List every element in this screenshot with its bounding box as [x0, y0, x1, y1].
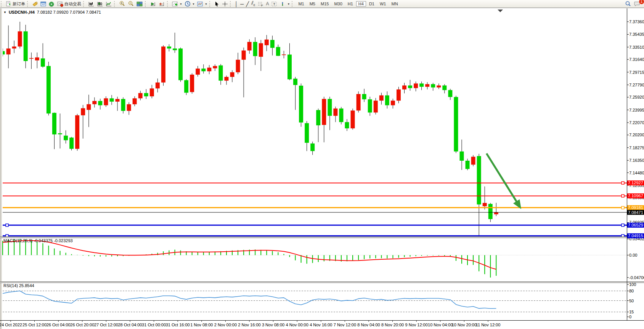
- chevron-down-icon: ▼: [287, 3, 290, 5]
- chart-shift-button[interactable]: [157, 0, 166, 8]
- hline-7.06529[interactable]: [3, 224, 627, 227]
- line-handle[interactable]: [622, 206, 624, 209]
- tf-w1-button[interactable]: W1: [377, 1, 389, 6]
- line-handle[interactable]: [622, 224, 624, 227]
- pane-splitter[interactable]: [0, 281, 644, 283]
- candle-body: [138, 93, 143, 98]
- time-tick-label: 4 Nov 00:00: [286, 323, 308, 327]
- text-icon: A: [266, 2, 269, 6]
- price-tick-label: 7.22070: [629, 120, 644, 125]
- candle-body: [282, 54, 286, 55]
- candle-body: [133, 98, 137, 104]
- time-tick-label: 31 Oct 00:00: [142, 323, 166, 327]
- chart-canvas[interactable]: 7.373607.354357.335107.316407.297157.277…: [0, 0, 644, 329]
- candle-body: [379, 95, 384, 101]
- candle-body: [339, 109, 343, 122]
- fibonacci-button[interactable]: F: [256, 0, 265, 8]
- price-tag-label: 7.10967: [628, 193, 643, 198]
- collapse-icon[interactable]: ▼: [3, 11, 6, 14]
- chat-button[interactable]: 1: [633, 0, 642, 8]
- shift-marker-icon[interactable]: [498, 10, 503, 12]
- tile-windows-button[interactable]: [135, 0, 144, 8]
- candle-body: [218, 65, 223, 81]
- horizontal-line-button[interactable]: ─: [239, 0, 245, 8]
- toolbar-grip[interactable]: [27, 1, 30, 7]
- toolbar-grip[interactable]: [145, 1, 148, 7]
- candle-body: [425, 84, 429, 87]
- crosshair-button[interactable]: [221, 0, 229, 8]
- candle-body: [150, 88, 154, 96]
- line-chart-button[interactable]: [104, 0, 113, 8]
- toolbar-grip[interactable]: [83, 1, 86, 7]
- pane-splitter[interactable]: [0, 236, 644, 238]
- hline-7.09181[interactable]: [3, 206, 627, 209]
- market-watch-button[interactable]: [39, 0, 48, 8]
- line-handle[interactable]: [622, 182, 624, 184]
- price-tick-label: 7.35435: [629, 32, 644, 37]
- candle-body: [121, 99, 125, 111]
- toolbar-grip[interactable]: [114, 1, 117, 7]
- toolbar-grip[interactable]: [292, 1, 294, 7]
- toolbar-grip[interactable]: [209, 1, 212, 7]
- candlestick-chart-button[interactable]: [96, 0, 104, 8]
- tf-h1-button[interactable]: H1: [345, 1, 355, 6]
- shapes-button[interactable]: ▼: [278, 0, 291, 8]
- tf-m30-button[interactable]: M30: [332, 1, 344, 6]
- zoom-out-icon: [128, 1, 134, 7]
- toolbar-grip[interactable]: [167, 1, 170, 7]
- hline-7.12927[interactable]: [3, 182, 627, 184]
- tf-m1-button[interactable]: M1: [296, 1, 306, 6]
- arrow-annotation[interactable]: [487, 153, 521, 209]
- candle-body: [322, 99, 326, 125]
- hline-7.10967[interactable]: [3, 195, 627, 197]
- candle-body: [483, 203, 487, 206]
- indicators-button[interactable]: ▼: [171, 0, 183, 8]
- bar-chart-icon: [88, 1, 95, 7]
- time-tick-label: 28 Oct 04:00: [118, 323, 142, 327]
- text-label-button[interactable]: T: [270, 0, 278, 8]
- candle-body: [385, 95, 389, 105]
- price-tick-label: 7.29715: [629, 70, 644, 75]
- vertical-line-button[interactable]: │: [234, 0, 239, 8]
- equidistant-channel-button[interactable]: ⫽E: [250, 0, 256, 8]
- line-handle[interactable]: [622, 195, 624, 197]
- candle-body: [24, 31, 28, 61]
- candle-body: [156, 83, 160, 89]
- chevron-down-icon: ▼: [180, 3, 182, 5]
- vertical-line-icon: │: [235, 2, 238, 6]
- tf-d1-button[interactable]: D1: [367, 1, 377, 6]
- candle-body: [397, 89, 401, 101]
- rsi-tick-label: 50: [629, 299, 634, 303]
- time-axis[interactable]: 24 Oct 202225 Oct 12:0026 Oct 04:0026 Oc…: [0, 320, 500, 327]
- line-handle[interactable]: [6, 224, 8, 227]
- candle-body: [391, 101, 395, 105]
- toolbar-grip[interactable]: [230, 1, 233, 7]
- time-tick-label: 26 Oct 20:00: [70, 323, 94, 327]
- price-tick-label: 7.37360: [629, 19, 644, 24]
- templates-button[interactable]: ▼: [196, 0, 209, 8]
- metaeditor-button[interactable]: [31, 0, 39, 8]
- time-tick-label: 27 Oct 12:00: [94, 323, 118, 327]
- navigator-button[interactable]: [48, 0, 56, 8]
- price-axis[interactable]: 7.373607.354357.335107.316407.297157.277…: [627, 19, 644, 319]
- auto-scroll-button[interactable]: [149, 0, 157, 8]
- line-chart-icon: [106, 1, 112, 7]
- tf-m5-button[interactable]: M5: [307, 1, 318, 6]
- zoom-in-button[interactable]: [118, 0, 127, 8]
- trendline-button[interactable]: ╱: [245, 0, 250, 8]
- candle-body: [253, 42, 257, 56]
- new-order-button[interactable]: 新订单: [5, 0, 26, 8]
- autotrading-button[interactable]: 自动交易: [56, 0, 82, 8]
- tf-h4-button[interactable]: H4: [356, 1, 366, 6]
- zoom-out-button[interactable]: [127, 0, 135, 8]
- tf-m15-button[interactable]: M15: [318, 1, 331, 6]
- cursor-button[interactable]: [213, 0, 221, 8]
- tf-mn-button[interactable]: MN: [389, 1, 400, 6]
- toolbar-grip[interactable]: [1, 1, 3, 7]
- search-button[interactable]: [624, 0, 633, 8]
- bar-chart-button[interactable]: [87, 0, 96, 8]
- periods-button[interactable]: ▼: [183, 0, 196, 8]
- text-button[interactable]: A: [265, 0, 270, 8]
- candle-body: [47, 66, 51, 113]
- candle-body: [64, 136, 68, 140]
